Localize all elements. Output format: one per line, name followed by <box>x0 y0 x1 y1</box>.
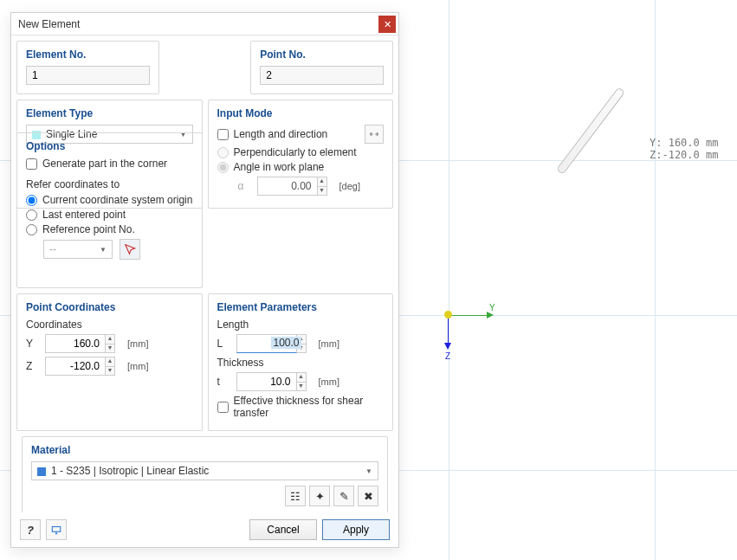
point-coords-label: Point Coordinates <box>26 301 193 313</box>
grid-axis-v <box>449 0 449 560</box>
elem-params-label: Element Parameters <box>217 301 385 313</box>
coordinate-readout: Y: 160.0 mm Z:-120.0 mm <box>650 137 718 161</box>
axis-y-label: Y <box>489 303 495 312</box>
element-type-label: Element Type <box>26 107 193 119</box>
l-label: L <box>217 338 230 350</box>
input-mode-label: Input Mode <box>217 107 385 119</box>
thickness-input[interactable] <box>236 372 297 391</box>
point-no-input[interactable] <box>260 66 384 85</box>
material-label: Material <box>31 444 378 456</box>
options-label: Options <box>26 140 193 152</box>
reference-point-dropdown: -- ▼ <box>43 240 113 259</box>
chevron-down-icon: ▼ <box>365 467 372 475</box>
dialog-title: New Element <box>18 18 80 30</box>
grid-line-v <box>655 0 656 560</box>
chevron-down-icon: ▼ <box>100 246 107 254</box>
y-input[interactable] <box>45 334 106 353</box>
coordinates-label: Coordinates <box>26 319 193 331</box>
element-no-group: Element No. <box>16 41 159 94</box>
z-input[interactable] <box>45 357 106 376</box>
refer-point-no-radio[interactable]: Reference point No. <box>26 223 193 235</box>
spacer <box>165 41 245 94</box>
material-value: 1 - S235 | Isotropic | Linear Elastic <box>51 465 209 477</box>
svg-rect-0 <box>52 527 60 532</box>
z-label: Z <box>26 360 38 372</box>
thickness-spinner[interactable]: ▲▼ <box>296 372 307 391</box>
generate-part-checkbox[interactable]: Generate part in the corner <box>26 158 193 170</box>
help-icon[interactable]: ? <box>20 519 41 540</box>
apply-button[interactable]: Apply <box>322 519 390 540</box>
element-preview <box>556 87 625 175</box>
options-group: Options Generate part in the corner Refe… <box>16 132 203 288</box>
point-no-group: Point No. <box>250 41 393 94</box>
cancel-button[interactable]: Cancel <box>249 519 317 540</box>
view-settings-icon[interactable] <box>46 519 67 540</box>
refer-last-point-radio[interactable]: Last entered point <box>26 209 193 221</box>
element-parameters-group: Element Parameters Length L ▲▼ 100.0 [mm… <box>208 293 394 431</box>
effective-thickness-checkbox[interactable]: Effective thickness for shear transfer <box>217 395 385 419</box>
close-icon[interactable]: ✕ <box>378 16 396 33</box>
t-label: t <box>217 376 230 388</box>
new-element-dialog: New Element ✕ Element No. Point No. Elem… <box>10 12 399 548</box>
l-unit: [mm] <box>319 338 339 349</box>
material-group: Material 1 - S235 | Isotropic | Linear E… <box>22 436 388 512</box>
axis-y <box>449 315 492 316</box>
axis-origin <box>444 311 452 319</box>
point-coordinates-group: Point Coordinates Coordinates Y ▲▼ [mm] … <box>16 293 203 431</box>
y-unit: [mm] <box>127 338 148 349</box>
refer-label: Refer coordinates to <box>26 178 193 190</box>
new-material-icon[interactable]: ✦ <box>309 486 330 506</box>
material-swatch <box>37 467 46 476</box>
refer-origin-radio[interactable]: Current coordinate system origin <box>26 194 193 206</box>
t-unit: [mm] <box>319 377 339 387</box>
edit-material-icon[interactable]: ✎ <box>333 486 354 506</box>
dialog-footer: ? Cancel Apply <box>11 512 398 547</box>
pick-point-icon[interactable] <box>120 239 140 260</box>
element-no-input[interactable] <box>26 66 150 85</box>
y-spinner[interactable]: ▲▼ <box>105 334 115 353</box>
z-unit: [mm] <box>127 361 148 371</box>
z-spinner[interactable]: ▲▼ <box>105 357 115 376</box>
material-dropdown[interactable]: 1 - S235 | Isotropic | Linear Elastic ▼ <box>31 461 378 480</box>
element-no-label: Element No. <box>26 48 150 61</box>
titlebar: New Element ✕ <box>11 13 398 35</box>
length-label: Length <box>217 319 385 331</box>
axis-z <box>448 315 449 348</box>
library-icon[interactable]: ☷ <box>285 486 306 506</box>
delete-material-icon[interactable]: ✖ <box>358 486 378 506</box>
y-label: Y <box>26 338 38 350</box>
thickness-label: Thickness <box>217 357 385 369</box>
axis-z-label: Z <box>445 351 450 361</box>
point-no-label: Point No. <box>260 48 384 61</box>
